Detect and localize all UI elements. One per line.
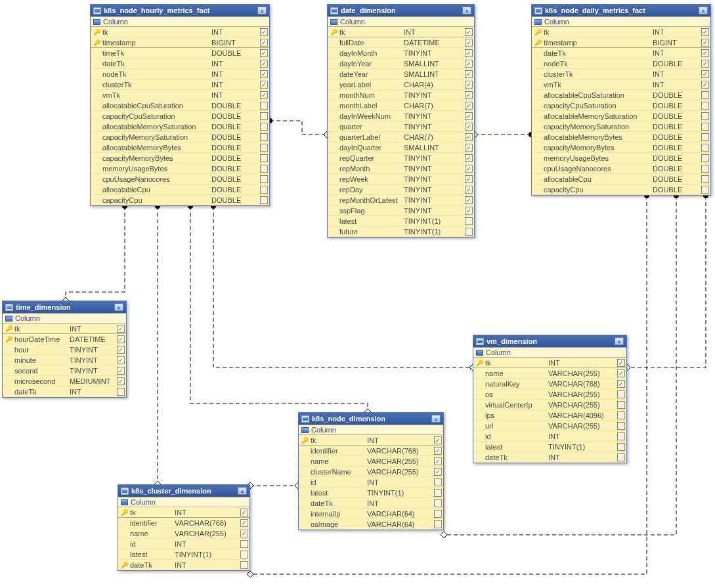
- entity-titlebar[interactable]: time_dimension▵: [3, 301, 126, 313]
- column-row[interactable]: quarterTINYINT✓: [328, 121, 474, 132]
- column-checkbox[interactable]: [260, 165, 268, 173]
- column-row[interactable]: repQuarterTINYINT✓: [328, 153, 474, 163]
- column-row[interactable]: 🔑tkINT✓: [118, 507, 249, 518]
- entity-titlebar[interactable]: vm_dimension▵: [473, 335, 626, 347]
- column-row[interactable]: dateTkINT✓: [91, 58, 269, 69]
- column-row[interactable]: hourTINYINT✓: [3, 345, 126, 355]
- column-checkbox[interactable]: [701, 154, 709, 162]
- column-row[interactable]: capacityCpuSaturationDOUBLE: [91, 111, 269, 121]
- column-row[interactable]: monthLabelCHAR(7)✓: [328, 100, 474, 111]
- column-checkbox[interactable]: ✓: [701, 70, 709, 78]
- column-row[interactable]: 🔑tkINT✓: [3, 324, 126, 334]
- column-checkbox[interactable]: ✓: [701, 60, 709, 68]
- column-row[interactable]: repDayTINYINT✓: [328, 184, 474, 195]
- column-row[interactable]: identifierVARCHAR(768)✓: [118, 518, 249, 528]
- column-checkbox[interactable]: [260, 186, 268, 194]
- column-row[interactable]: clusterNameVARCHAR(255)✓: [299, 467, 443, 477]
- column-checkbox[interactable]: ✓: [260, 39, 268, 47]
- column-checkbox[interactable]: [617, 401, 625, 409]
- column-checkbox[interactable]: ✓: [465, 207, 473, 215]
- entity-titlebar[interactable]: date_dimension▵: [328, 5, 474, 16]
- column-row[interactable]: clusterTkINT✓: [532, 69, 710, 79]
- column-row[interactable]: capacityCpuDOUBLE: [532, 184, 710, 195]
- column-row[interactable]: capacityCpuSaturationDOUBLE: [532, 100, 710, 111]
- column-row[interactable]: allocatableCpuDOUBLE: [532, 174, 710, 184]
- column-row[interactable]: allocatableMemorySaturationDOUBLE: [532, 111, 710, 121]
- column-row[interactable]: dayInWeekNumTINYINT✓: [328, 111, 474, 121]
- column-row[interactable]: 🔑tkINT✓: [91, 27, 269, 37]
- column-row[interactable]: latestTINYINT(1): [473, 442, 626, 452]
- column-checkbox[interactable]: [260, 175, 268, 183]
- column-row[interactable]: fullDateDATETIME✓: [328, 37, 474, 48]
- column-checkbox[interactable]: [617, 411, 625, 419]
- column-row[interactable]: secondTINYINT✓: [3, 366, 126, 376]
- column-checkbox[interactable]: ✓: [465, 123, 473, 131]
- column-checkbox[interactable]: ✓: [465, 28, 473, 36]
- column-checkbox[interactable]: [701, 186, 709, 194]
- column-checkbox[interactable]: ✓: [260, 81, 268, 89]
- column-checkbox[interactable]: ✓: [701, 81, 709, 89]
- column-row[interactable]: virtualCenterIpVARCHAR(255): [473, 400, 626, 410]
- column-row[interactable]: dateTkINT: [299, 498, 443, 509]
- column-checkbox[interactable]: ✓: [701, 28, 709, 36]
- column-row[interactable]: dateTkINT✓: [532, 48, 710, 58]
- column-checkbox[interactable]: ✓: [465, 144, 473, 152]
- column-row[interactable]: 🔑tkINT✓: [532, 27, 710, 37]
- column-row[interactable]: identifierVARCHAR(768)✓: [299, 446, 443, 456]
- column-row[interactable]: capacityMemorySaturationDOUBLE: [532, 121, 710, 132]
- column-row[interactable]: clusterTkINT✓: [91, 79, 269, 90]
- column-row[interactable]: dateYearSMALLINT✓: [328, 69, 474, 79]
- column-checkbox[interactable]: [701, 123, 709, 131]
- collapse-icon[interactable]: ▵: [462, 7, 471, 14]
- entity-hourly[interactable]: k8s_node_hourly_metrics_fact▵Column🔑tkIN…: [90, 4, 270, 206]
- column-checkbox[interactable]: ✓: [260, 28, 268, 36]
- column-checkbox[interactable]: [434, 489, 442, 497]
- column-row[interactable]: quarterLabelCHAR(7)✓: [328, 132, 474, 142]
- column-row[interactable]: dateTkINT: [473, 452, 626, 463]
- column-row[interactable]: cpuUsageNanocoresDOUBLE: [532, 163, 710, 174]
- entity-titlebar[interactable]: k8s_cluster_dimension▵: [118, 485, 249, 497]
- column-checkbox[interactable]: ✓: [434, 436, 442, 444]
- column-checkbox[interactable]: ✓: [465, 49, 473, 57]
- entity-node[interactable]: k8s_node_dimension▵Column🔑tkINT✓identifi…: [298, 412, 444, 530]
- column-checkbox[interactable]: [465, 217, 473, 225]
- column-row[interactable]: nameVARCHAR(255)✓: [299, 456, 443, 467]
- column-row[interactable]: nodeTkINT✓: [91, 69, 269, 79]
- column-row[interactable]: urlVARCHAR(255): [473, 421, 626, 431]
- column-row[interactable]: osVARCHAR(255): [473, 389, 626, 400]
- column-row[interactable]: capacityMemoryBytesDOUBLE: [532, 142, 710, 153]
- column-row[interactable]: idINT: [118, 539, 249, 549]
- column-checkbox[interactable]: ✓: [465, 133, 473, 141]
- column-row[interactable]: allocatableCpuDOUBLE: [91, 184, 269, 195]
- column-checkbox[interactable]: ✓: [617, 380, 625, 388]
- column-checkbox[interactable]: ✓: [117, 377, 125, 385]
- column-checkbox[interactable]: [617, 443, 625, 451]
- column-row[interactable]: capacityCpuDOUBLE: [91, 195, 269, 205]
- column-checkbox[interactable]: ✓: [434, 447, 442, 455]
- column-checkbox[interactable]: ✓: [465, 175, 473, 183]
- column-row[interactable]: 🔑tkINT✓: [328, 27, 474, 37]
- column-row[interactable]: capacityMemoryBytesDOUBLE: [91, 153, 269, 163]
- column-checkbox[interactable]: [240, 540, 248, 548]
- column-checkbox[interactable]: [701, 133, 709, 141]
- column-row[interactable]: vmTkINT✓: [91, 90, 269, 100]
- column-row[interactable]: cpuUsageNanocoresDOUBLE: [91, 174, 269, 184]
- column-checkbox[interactable]: ✓: [260, 91, 268, 99]
- column-row[interactable]: dayInMonthTINYINT✓: [328, 48, 474, 58]
- column-row[interactable]: sspFlagTINYINT✓: [328, 205, 474, 216]
- entity-titlebar[interactable]: k8s_node_hourly_metrics_fact▵: [91, 5, 269, 16]
- column-row[interactable]: timeTkDOUBLE✓: [91, 48, 269, 58]
- column-checkbox[interactable]: [260, 112, 268, 120]
- entity-titlebar[interactable]: k8s_node_daily_metrics_fact▵: [532, 5, 710, 16]
- column-row[interactable]: internalIpVARCHAR(64): [299, 509, 443, 519]
- column-checkbox[interactable]: ✓: [117, 335, 125, 343]
- collapse-icon[interactable]: ▵: [431, 415, 441, 423]
- column-row[interactable]: latestTINYINT(1): [328, 216, 474, 226]
- column-checkbox[interactable]: [240, 551, 248, 558]
- collapse-icon[interactable]: ▵: [114, 303, 123, 311]
- column-row[interactable]: latestTINYINT(1): [299, 488, 443, 498]
- collapse-icon[interactable]: ▵: [615, 337, 624, 345]
- column-row[interactable]: idINT: [473, 431, 626, 442]
- column-checkbox[interactable]: [434, 510, 442, 518]
- column-row[interactable]: repMonthOrLatestTINYINT✓: [328, 195, 474, 205]
